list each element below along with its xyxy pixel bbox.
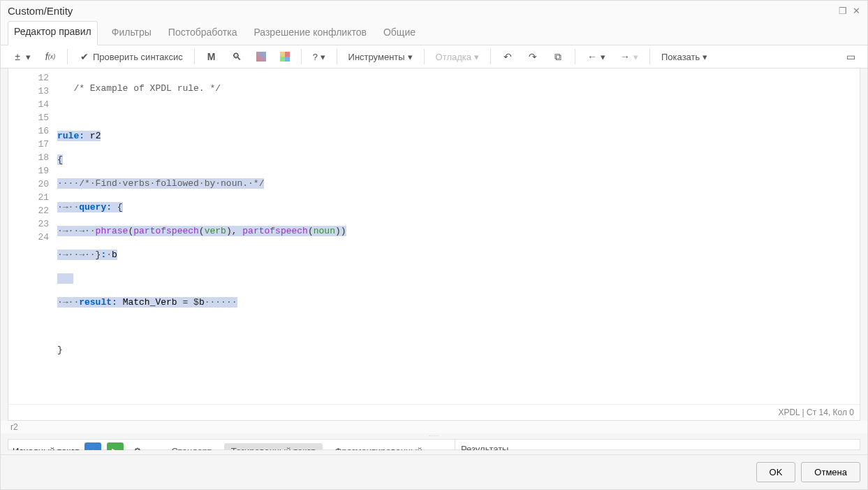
redo-button[interactable]: ↷ bbox=[522, 48, 544, 65]
tab-tagged[interactable]: Тегированный текст bbox=[224, 443, 323, 451]
grid1-button[interactable] bbox=[251, 49, 272, 64]
tab-filters[interactable]: Фильтры bbox=[109, 21, 154, 45]
source-toolbar: Исходный текст ▸▸ ▶ ⚙ Стандарт Тегирован… bbox=[8, 440, 455, 450]
results-title: Результаты bbox=[455, 440, 860, 450]
main-tabs: Редактор правил Фильтры Постобработка Ра… bbox=[1, 21, 867, 45]
cancel-button[interactable]: Отмена bbox=[801, 462, 860, 482]
window: Custom/Entity ❐ ✕ Редактор правил Фильтр… bbox=[0, 0, 868, 490]
panel-toggle-button[interactable]: ▭ bbox=[839, 48, 862, 65]
split-handle[interactable]: ······ bbox=[1, 433, 867, 439]
show-dropdown[interactable]: Показать ▾ bbox=[656, 49, 713, 65]
source-label: Исходный текст bbox=[13, 446, 79, 451]
ok-button[interactable]: OK bbox=[756, 462, 796, 482]
tab-postprocessing[interactable]: Постобработка bbox=[165, 21, 240, 45]
code-content[interactable]: /* Example of XPDL rule. */ rule: r2 { ·… bbox=[57, 69, 860, 404]
tab-conflicts[interactable]: Разрешение конфликтов bbox=[251, 21, 369, 45]
results-pane: Результаты RuleName Match_Verb 1.1Confid… bbox=[455, 439, 860, 450]
source-pane: Исходный текст ▸▸ ▶ ⚙ Стандарт Тегирован… bbox=[8, 439, 455, 450]
restore-icon[interactable]: ❐ bbox=[839, 6, 847, 16]
run-button[interactable]: ▶ bbox=[107, 442, 124, 450]
zoom-button[interactable]: 🔍︎ bbox=[226, 48, 248, 65]
tab-rule-editor[interactable]: Редактор правил bbox=[8, 21, 98, 45]
settings-icon[interactable]: ⚙ bbox=[129, 442, 146, 450]
diff-button[interactable]: ±▾ bbox=[6, 48, 36, 65]
tab-standard[interactable]: Стандарт bbox=[164, 443, 218, 451]
toolbar: ±▾ f(x) ✔Проверить синтаксис M 🔍︎ ? ▾ Ин… bbox=[1, 45, 867, 69]
expand-icon[interactable]: » bbox=[446, 446, 450, 451]
back-button[interactable]: ←▾ bbox=[581, 48, 611, 65]
check-syntax-button[interactable]: ✔Проверить синтаксис bbox=[73, 48, 189, 65]
play-button[interactable]: ▸▸ bbox=[84, 442, 101, 450]
code-editor-wrap: 121314 151617 181920 212223 24 /* Exampl… bbox=[8, 69, 860, 421]
tab-general[interactable]: Общие bbox=[381, 21, 418, 45]
undo-button[interactable]: ↶ bbox=[496, 48, 519, 65]
forward-button[interactable]: →▾ bbox=[614, 48, 644, 65]
footer: OK Отмена bbox=[1, 454, 867, 489]
editor-status: XPDL | Ст 14, Кол 0 bbox=[8, 404, 860, 420]
popout-button[interactable]: ⧉ bbox=[547, 48, 569, 65]
help-dropdown[interactable]: ? ▾ bbox=[307, 49, 331, 65]
debug-dropdown[interactable]: Отладка ▾ bbox=[430, 49, 485, 65]
close-icon[interactable]: ✕ bbox=[853, 6, 860, 16]
tab-fragmented[interactable]: Фрагментированный bbox=[328, 443, 429, 451]
line-gutter: 121314 151617 181920 212223 24 bbox=[8, 69, 57, 404]
titlebar: Custom/Entity ❐ ✕ bbox=[1, 1, 867, 21]
window-title: Custom/Entity bbox=[8, 5, 73, 17]
m-button[interactable]: M bbox=[200, 48, 223, 65]
tools-dropdown[interactable]: Инструменты ▾ bbox=[343, 49, 418, 65]
code-editor[interactable]: 121314 151617 181920 212223 24 /* Exampl… bbox=[8, 69, 860, 404]
grid2-button[interactable] bbox=[274, 49, 295, 64]
fx-button[interactable]: f(x) bbox=[39, 48, 61, 65]
